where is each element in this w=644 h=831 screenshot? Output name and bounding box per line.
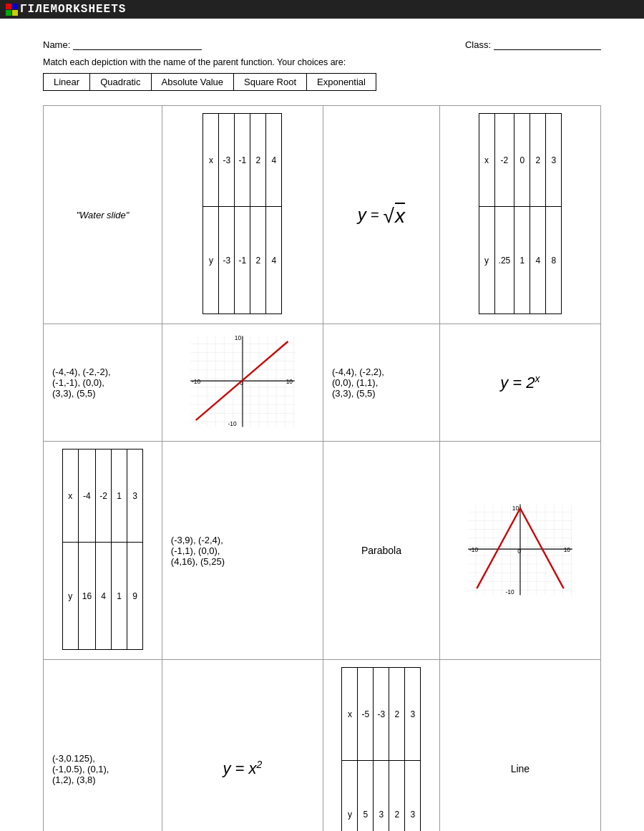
td-y5: 5 (358, 761, 374, 832)
td-y25: .25 (494, 207, 514, 314)
th-x4: x (342, 668, 358, 761)
td-y4b: 4 (530, 207, 546, 314)
name-underline[interactable] (73, 39, 202, 50)
td-4: 4 (266, 114, 282, 207)
choice-linear: Linear (44, 74, 90, 91)
graph-abs-value: 10 -10 -10 10 0 (463, 500, 577, 600)
cell-2-1: (-4,-4), (-2,-2),(-1,-1), (0,0),(3,3), (… (44, 324, 162, 442)
td-yn3: -3 (219, 207, 235, 314)
td-y3b: 3 (405, 761, 421, 832)
sqrt-formula: y = √x (329, 203, 434, 228)
cell-4-1: (-3,0.125),(-1,0.5), (0,1),(1,2), (3,8) (44, 660, 162, 832)
class-label: Class: (465, 39, 491, 50)
class-field: Class: (465, 39, 601, 50)
table-r3c1: x -4 -2 1 3 y 16 4 1 9 (62, 449, 143, 650)
cell-1-3: y = √x (323, 106, 439, 324)
td-x2b: 2 (389, 668, 405, 761)
cell-3-3: Parabola (323, 442, 439, 660)
cell-1-2: x -3 -1 2 4 y -3 -1 2 4 (162, 106, 323, 324)
graph-linear: 10 -10 -10 10 0 (185, 331, 300, 432)
th-y3: y (62, 543, 78, 650)
cell-4-4: Line (439, 660, 600, 832)
cell-2-2: 10 -10 -10 10 0 (162, 324, 323, 442)
parabola-label: Parabola (361, 545, 401, 556)
name-label: Name: (43, 39, 70, 50)
td-yn1: -1 (235, 207, 250, 314)
svg-text:-10: -10 (505, 588, 514, 595)
td-y8: 8 (546, 207, 562, 314)
th-x: x (203, 114, 219, 207)
points-exponential: (-3,0.125),(-1,0.5), (0,1),(1,2), (3,8) (49, 750, 156, 788)
svg-text:-10: -10 (228, 420, 236, 427)
class-underline[interactable] (494, 39, 601, 50)
page-content: Name: Class: Match each depiction with t… (0, 26, 644, 831)
th-y: y (203, 207, 219, 314)
cell-2-3: (-4,4), (-2,2),(0,0), (1,1),(3,3), (5,5) (323, 324, 439, 442)
table-r1c4: x -2 0 2 3 y .25 1 4 8 (479, 113, 562, 314)
td-xn3: -3 (374, 668, 389, 761)
td-y4: 4 (266, 207, 282, 314)
td-xn2: -2 (494, 114, 514, 207)
cell-4-3: x -5 -3 2 3 y 5 3 2 3 (323, 660, 439, 832)
cell-3-1: x -4 -2 1 3 y 16 4 1 9 (44, 442, 162, 660)
table-r1c2: x -3 -1 2 4 y -3 -1 2 4 (203, 113, 282, 314)
instruction-text: Match each depiction with the name of th… (43, 57, 601, 67)
th-x3: x (62, 449, 78, 543)
line-label: Line (511, 763, 530, 774)
svg-text:10: 10 (235, 334, 242, 341)
td-y1b: 1 (112, 543, 127, 650)
td-y9: 9 (127, 543, 143, 650)
choice-exponential: Exponential (307, 74, 376, 91)
quadratic-formula: y = x2 (168, 759, 317, 778)
svg-text:-10: -10 (192, 378, 200, 385)
td-y2: 2 (250, 207, 266, 314)
choice-quadratic: Quadratic (90, 74, 151, 91)
points-linear: (-4,-4), (-2,-2),(-1,-1), (0,0),(3,3), (… (49, 364, 156, 402)
points-quadratic: (-3,9), (-2,4),(-1,1), (0,0),(4,16), (5,… (168, 532, 317, 570)
cell-3-2: (-3,9), (-2,4),(-1,1), (0,0),(4,16), (5,… (162, 442, 323, 660)
main-grid: "Water slide" x -3 -1 2 4 y -3 -1 2 (43, 105, 601, 831)
td-xn2b: -2 (96, 449, 112, 543)
exponential-formula: y = 2x (446, 373, 595, 392)
svg-text:10: 10 (286, 378, 293, 385)
grid-row-3: x -4 -2 1 3 y 16 4 1 9 (44, 442, 601, 660)
td-y3: 3 (374, 761, 389, 832)
grid-row-1: "Water slide" x -3 -1 2 4 y -3 -1 2 (44, 106, 601, 324)
cell-1-1: "Water slide" (44, 106, 162, 324)
svg-text:-10: -10 (469, 545, 478, 553)
grid-row-4: (-3,0.125),(-1,0.5), (0,1),(1,2), (3,8) … (44, 660, 601, 832)
td-x3: 3 (546, 114, 562, 207)
cell-4-2: y = x2 (162, 660, 323, 832)
water-slide-label: "Water slide" (76, 210, 129, 220)
grid-row-2: (-4,-4), (-2,-2),(-1,-1), (0,0),(3,3), (… (44, 324, 601, 442)
td-xn4: -4 (78, 449, 95, 543)
td-y4c: 4 (96, 543, 112, 650)
choice-square-root: Square Root (234, 74, 307, 91)
cell-2-4: y = 2x (439, 324, 600, 442)
logo-icon (6, 4, 18, 16)
svg-text:0: 0 (517, 547, 521, 554)
cell-3-4: 10 -10 -10 10 0 (439, 442, 600, 660)
td-y1: 1 (514, 207, 530, 314)
td-xn5: -5 (358, 668, 374, 761)
td-y16: 16 (78, 543, 95, 650)
choice-absolute-value: Absolute Value (151, 74, 234, 91)
td-x2: 2 (530, 114, 546, 207)
td-x1: 1 (112, 449, 127, 543)
cell-1-4: x -2 0 2 3 y .25 1 4 8 (439, 106, 600, 324)
name-field: Name: (43, 39, 202, 50)
th-y4: y (342, 761, 358, 832)
td-x3c: 3 (405, 668, 421, 761)
choices-table: Linear Quadratic Absolute Value Square R… (43, 73, 376, 91)
points-linear2: (-4,4), (-2,2),(0,0), (1,1),(3,3), (5,5) (329, 364, 434, 402)
td-x0: 0 (514, 114, 530, 207)
td-x3b: 3 (127, 449, 143, 543)
site-name: ГІЛЕМОRKSHEETS (20, 3, 126, 16)
form-row: Name: Class: (43, 39, 601, 50)
th-y2: y (479, 207, 494, 314)
site-header: ГІЛЕМОRKSHEETS (0, 0, 644, 19)
td-y2: 2 (389, 761, 405, 832)
td-n1: -1 (235, 114, 250, 207)
td-n3: -3 (219, 114, 235, 207)
svg-text:10: 10 (564, 545, 571, 553)
